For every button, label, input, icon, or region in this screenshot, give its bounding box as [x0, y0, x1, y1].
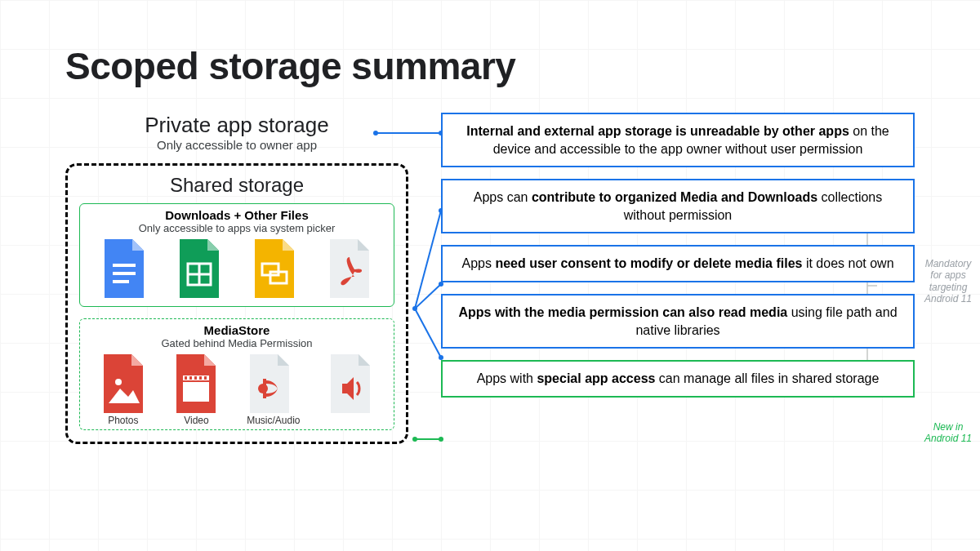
info-box-consent: Apps need user consent to modify or dele…: [441, 245, 915, 282]
svg-point-11: [412, 437, 417, 442]
svg-line-4: [415, 284, 441, 309]
photos-label: Photos: [100, 415, 146, 426]
svg-rect-26: [194, 376, 197, 380]
info-box-contribute: Apps can contribute to organized Media a…: [441, 179, 915, 233]
svg-rect-15: [113, 280, 129, 283]
mandatory-note: Mandatory for apps targeting Android 11: [921, 258, 975, 305]
private-storage-heading: Private app storage: [65, 113, 408, 138]
svg-rect-23: [183, 382, 209, 402]
mediastore-box: MediaStore Gated behind Media Permission…: [79, 318, 394, 430]
svg-rect-13: [113, 264, 136, 267]
info-box-special-access: Apps with special app access can manage …: [441, 360, 915, 398]
audio-label: [327, 415, 373, 426]
mediastore-subtitle: Gated behind Media Permission: [87, 337, 387, 349]
music-label: Music/Audio: [247, 415, 300, 426]
new-note: New in Android 11: [921, 421, 975, 445]
downloads-subtitle: Only accessible to apps via system picke…: [87, 222, 387, 234]
music-icon: [247, 354, 292, 413]
downloads-title: Downloads + Other Files: [87, 208, 387, 222]
svg-line-3: [415, 211, 441, 309]
shared-storage-container: Shared storage Downloads + Other Files O…: [65, 163, 408, 444]
mediastore-title: MediaStore: [87, 323, 387, 337]
video-label: Video: [173, 415, 219, 426]
downloads-box: Downloads + Other Files Only accessible …: [79, 203, 394, 307]
content-area: Private app storage Only accessible to o…: [65, 113, 915, 521]
svg-rect-14: [113, 272, 136, 275]
info-box-read-media: Apps with the media permission can also …: [441, 294, 915, 349]
svg-rect-28: [204, 376, 207, 380]
sheets-icon: [176, 239, 222, 298]
svg-rect-27: [199, 376, 202, 380]
photos-icon: [100, 354, 146, 413]
slides-icon: [252, 239, 297, 298]
side-notes: Mandatory for apps targeting Android 11 …: [920, 113, 975, 521]
audio-icon: [327, 354, 373, 413]
private-storage-subtitle: Only accessible to owner app: [65, 138, 408, 152]
svg-line-5: [415, 309, 441, 358]
pdf-icon: [327, 239, 372, 298]
svg-rect-24: [185, 376, 187, 380]
info-box-private: Internal and external app storage is unr…: [441, 113, 915, 167]
svg-point-21: [115, 379, 122, 385]
svg-rect-25: [189, 376, 192, 380]
docs-icon: [101, 239, 147, 298]
slide-title: Scoped storage summary: [65, 44, 915, 88]
svg-point-6: [412, 306, 417, 311]
shared-storage-heading: Shared storage: [79, 174, 394, 197]
video-icon: [173, 354, 219, 413]
svg-point-29: [258, 384, 268, 393]
